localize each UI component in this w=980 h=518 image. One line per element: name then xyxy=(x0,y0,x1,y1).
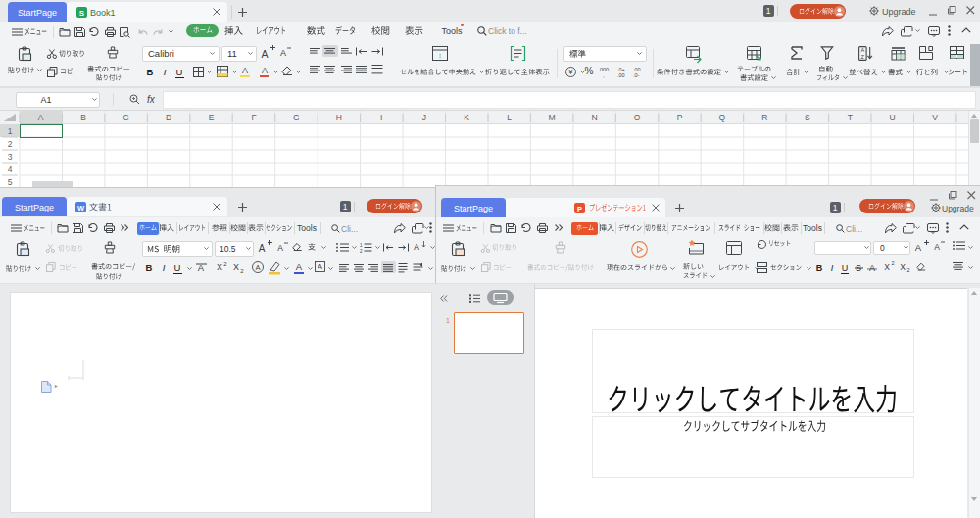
svg-text:A: A xyxy=(318,262,322,271)
svg-text:A: A xyxy=(255,263,260,272)
svg-text:P: P xyxy=(577,204,582,212)
svg-text:W: W xyxy=(77,203,85,212)
svg-text:1: 1 xyxy=(360,243,363,248)
